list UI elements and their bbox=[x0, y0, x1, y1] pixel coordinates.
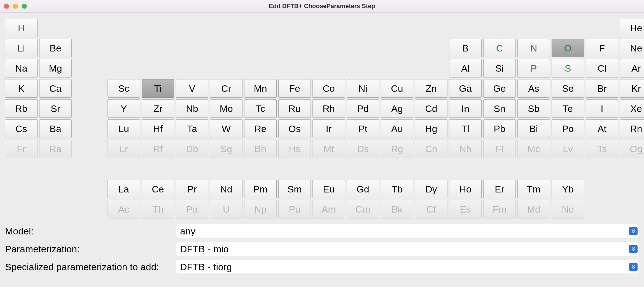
element-Er[interactable]: Er bbox=[483, 180, 516, 198]
element-Tb[interactable]: Tb bbox=[381, 180, 413, 198]
window-title: Edit DFTB+ ChooseParameters Step bbox=[0, 3, 644, 10]
element-Be[interactable]: Be bbox=[39, 39, 72, 57]
element-Ru[interactable]: Ru bbox=[278, 99, 311, 118]
minimize-icon[interactable] bbox=[13, 4, 18, 9]
element-Ni[interactable]: Ni bbox=[347, 79, 379, 98]
element-W[interactable]: W bbox=[210, 119, 242, 138]
element-H[interactable]: H bbox=[5, 19, 38, 37]
element-Al[interactable]: Al bbox=[449, 59, 482, 77]
element-Ho[interactable]: Ho bbox=[449, 180, 482, 198]
element-Gd[interactable]: Gd bbox=[347, 180, 379, 198]
model-row: Model: any bbox=[5, 224, 639, 238]
element-Re[interactable]: Re bbox=[244, 119, 277, 138]
element-Dy[interactable]: Dy bbox=[415, 180, 447, 198]
element-O[interactable]: O bbox=[552, 39, 584, 57]
element-Br[interactable]: Br bbox=[586, 79, 618, 98]
parameterization-combobox[interactable]: DFTB - mio bbox=[176, 242, 639, 256]
element-Po[interactable]: Po bbox=[552, 119, 584, 138]
element-Tc[interactable]: Tc bbox=[244, 99, 277, 118]
element-Sm[interactable]: Sm bbox=[278, 180, 311, 198]
element-Tm[interactable]: Tm bbox=[517, 180, 550, 198]
element-Sc[interactable]: Sc bbox=[108, 79, 140, 98]
element-P[interactable]: P bbox=[517, 59, 550, 77]
element-Zn[interactable]: Zn bbox=[415, 79, 447, 98]
element-Y[interactable]: Y bbox=[108, 99, 140, 118]
element-Se[interactable]: Se bbox=[552, 79, 584, 98]
element-Rn[interactable]: Rn bbox=[620, 119, 644, 138]
element-Ga[interactable]: Ga bbox=[449, 79, 482, 98]
element-Ar[interactable]: Ar bbox=[620, 59, 644, 77]
element-Mg[interactable]: Mg bbox=[39, 59, 72, 77]
element-Ir[interactable]: Ir bbox=[312, 119, 345, 138]
element-As[interactable]: As bbox=[517, 79, 550, 98]
element-Rh[interactable]: Rh bbox=[312, 99, 345, 118]
element-Cd[interactable]: Cd bbox=[415, 99, 447, 118]
element-Fe[interactable]: Fe bbox=[278, 79, 311, 98]
element-Cs[interactable]: Cs bbox=[5, 119, 38, 138]
element-N[interactable]: N bbox=[517, 39, 550, 57]
element-Rf: Rf bbox=[142, 140, 174, 158]
model-combobox[interactable]: any bbox=[176, 224, 639, 238]
element-La[interactable]: La bbox=[108, 180, 140, 198]
element-Sb[interactable]: Sb bbox=[517, 99, 550, 118]
element-Ba[interactable]: Ba bbox=[39, 119, 72, 138]
element-Lu[interactable]: Lu bbox=[108, 119, 140, 138]
element-Os[interactable]: Os bbox=[278, 119, 311, 138]
element-Pd[interactable]: Pd bbox=[347, 99, 379, 118]
element-Mo[interactable]: Mo bbox=[210, 99, 242, 118]
element-Cl[interactable]: Cl bbox=[586, 59, 618, 77]
element-V[interactable]: V bbox=[176, 79, 208, 98]
element-Ne[interactable]: Ne bbox=[620, 39, 644, 57]
element-Cu[interactable]: Cu bbox=[381, 79, 413, 98]
element-Ce[interactable]: Ce bbox=[142, 180, 174, 198]
element-Hf[interactable]: Hf bbox=[142, 119, 174, 138]
zoom-icon[interactable] bbox=[22, 4, 27, 9]
element-Hg[interactable]: Hg bbox=[415, 119, 447, 138]
element-Pu: Pu bbox=[278, 200, 311, 218]
element-Si[interactable]: Si bbox=[483, 59, 516, 77]
element-Nd[interactable]: Nd bbox=[210, 180, 242, 198]
element-Ac: Ac bbox=[108, 200, 140, 218]
element-Zr[interactable]: Zr bbox=[142, 99, 174, 118]
element-He[interactable]: He bbox=[620, 19, 644, 37]
element-Ca[interactable]: Ca bbox=[39, 79, 72, 98]
element-In[interactable]: In bbox=[449, 99, 482, 118]
element-Tl[interactable]: Tl bbox=[449, 119, 482, 138]
element-Yb[interactable]: Yb bbox=[552, 180, 584, 198]
content: HHeLiBeBCNOFNeNaMgAlSiPSClArKCaScTiVCrMn… bbox=[0, 13, 644, 287]
specialized-combobox[interactable]: DFTB - tiorg bbox=[176, 260, 639, 274]
element-I[interactable]: I bbox=[586, 99, 618, 118]
element-S[interactable]: S bbox=[552, 59, 584, 77]
element-F[interactable]: F bbox=[586, 39, 618, 57]
element-Mn[interactable]: Mn bbox=[244, 79, 277, 98]
element-K[interactable]: K bbox=[5, 79, 38, 98]
element-Kr[interactable]: Kr bbox=[620, 79, 644, 98]
element-Nb[interactable]: Nb bbox=[176, 99, 208, 118]
element-Rb[interactable]: Rb bbox=[5, 99, 38, 118]
element-Cr[interactable]: Cr bbox=[210, 79, 242, 98]
element-Sr[interactable]: Sr bbox=[39, 99, 72, 118]
element-Pr[interactable]: Pr bbox=[176, 180, 208, 198]
element-Xe[interactable]: Xe bbox=[620, 99, 644, 118]
element-Eu[interactable]: Eu bbox=[312, 180, 345, 198]
element-At[interactable]: At bbox=[586, 119, 618, 138]
close-icon[interactable] bbox=[4, 4, 9, 9]
element-Pt[interactable]: Pt bbox=[347, 119, 379, 138]
element-Li[interactable]: Li bbox=[5, 39, 38, 57]
element-Ta[interactable]: Ta bbox=[176, 119, 208, 138]
element-Pb[interactable]: Pb bbox=[483, 119, 516, 138]
element-Ti[interactable]: Ti bbox=[142, 79, 174, 98]
element-No: No bbox=[552, 200, 584, 218]
element-Bi[interactable]: Bi bbox=[517, 119, 550, 138]
element-C[interactable]: C bbox=[483, 39, 516, 57]
element-Ge[interactable]: Ge bbox=[483, 79, 516, 98]
element-Pm[interactable]: Pm bbox=[244, 180, 277, 198]
element-Co[interactable]: Co bbox=[312, 79, 345, 98]
element-Na[interactable]: Na bbox=[5, 59, 38, 77]
element-Au[interactable]: Au bbox=[381, 119, 413, 138]
element-Te[interactable]: Te bbox=[552, 99, 584, 118]
element-Sn[interactable]: Sn bbox=[483, 99, 516, 118]
element-Ag[interactable]: Ag bbox=[381, 99, 413, 118]
element-B[interactable]: B bbox=[449, 39, 482, 57]
element-Md: Md bbox=[517, 200, 550, 218]
